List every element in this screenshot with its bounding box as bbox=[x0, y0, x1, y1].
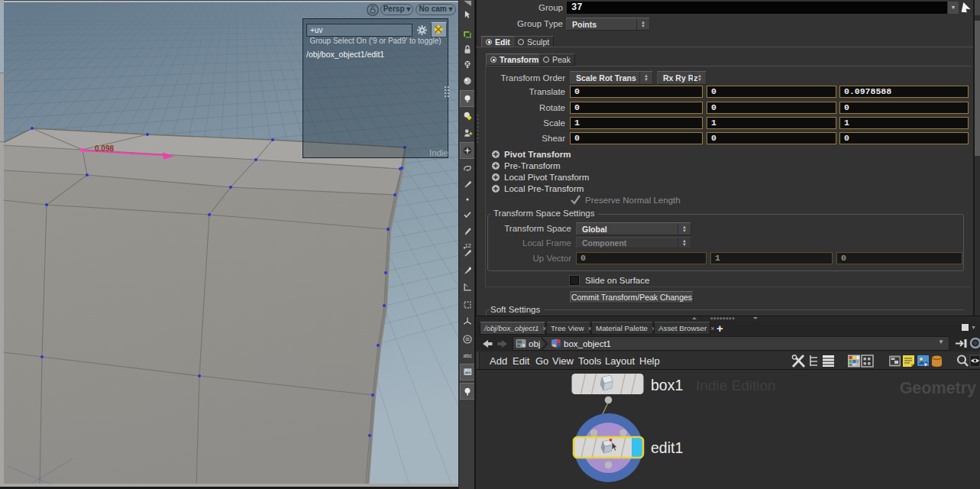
svg-text:abc: abc bbox=[464, 353, 473, 358]
svg-text:0.098: 0.098 bbox=[95, 144, 114, 153]
svg-text:box1: box1 bbox=[651, 377, 683, 393]
svg-text:Indie Edition: Indie Edition bbox=[696, 377, 776, 393]
svg-text:Geometry: Geometry bbox=[900, 379, 976, 397]
svg-text:edit1: edit1 bbox=[651, 439, 683, 456]
